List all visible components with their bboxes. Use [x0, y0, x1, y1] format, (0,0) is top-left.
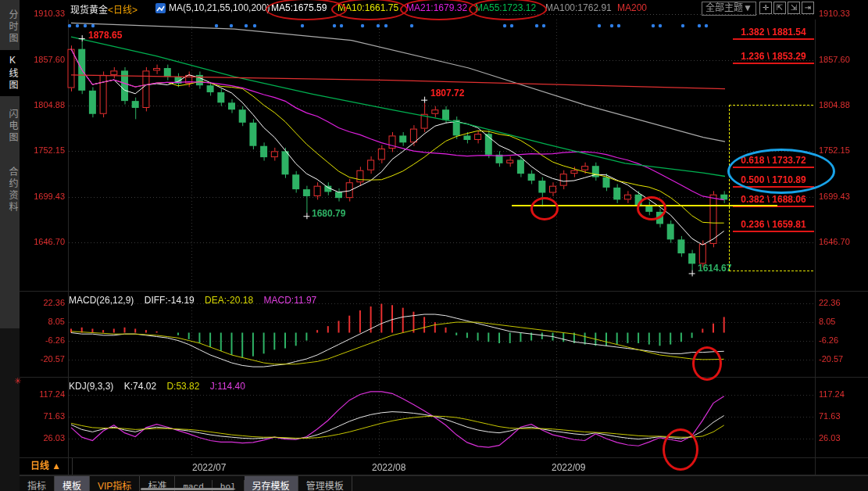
y-axis-label: 117.24 — [21, 389, 65, 399]
kdj-k-value: K:74.02 — [124, 381, 156, 392]
ma-group-label: MA(5,10,21,55,100,200) — [169, 2, 270, 13]
trading-app-window: 分时图 K线图 闪电图 合约资料 现货黄金<日线> MA(5,10,21,55,… — [0, 0, 868, 491]
ma100-value: MA100:1762.91 — [545, 2, 612, 13]
y-axis-label: 117.24 — [819, 389, 845, 399]
kdj-title: KDJ(9,3,3) — [69, 381, 113, 392]
y-axis-label: 1804.88 — [21, 100, 65, 109]
fib-level-1236[interactable]: 1.236 \ 1853.29 — [733, 51, 814, 64]
macd-title: MACD(26,12,9) — [69, 295, 134, 306]
y-axis-label: 1910.33 — [21, 9, 65, 18]
y-axis-label: 1699.43 — [819, 192, 850, 201]
horizontal-scrollbar-thumb[interactable] — [141, 488, 234, 490]
y-axis-label: 8.05 — [21, 317, 65, 326]
annotation-red-circle-kdj[interactable] — [663, 428, 698, 471]
y-axis-label: 1857.60 — [819, 55, 850, 64]
high-price-label-1807: 1807.72 — [430, 88, 464, 99]
kdj-j-value: J:114.40 — [210, 381, 245, 392]
fib-level-1382[interactable]: 1.382 \ 1881.54 — [733, 27, 814, 40]
triangle-up-icon: ▲ — [52, 461, 61, 471]
x-axis-label-sep: 2022/09 — [552, 462, 585, 473]
tab-templates[interactable]: 模板 — [55, 476, 90, 491]
symbol-name: 现货黄金 — [70, 5, 108, 16]
annotation-red-circle-2[interactable] — [637, 196, 666, 220]
y-axis-label: 1646.70 — [21, 237, 65, 246]
annotation-red-circle-macd[interactable] — [692, 346, 722, 381]
chevron-down-icon: ▼ — [743, 2, 752, 13]
theme-dropdown-button[interactable]: 全部主题▼ — [702, 2, 756, 16]
y-axis-label: 1804.88 — [819, 100, 850, 109]
macd-dea-value: DEA:-20.18 — [205, 295, 253, 306]
low-price-label-1680: 1680.79 — [312, 208, 345, 219]
x-axis-label-jul: 2022/07 — [192, 462, 226, 473]
macd-macd-value: MACD:11.97 — [263, 295, 316, 306]
period-label: <日线> — [108, 5, 138, 16]
sidebar-item-lightning-chart[interactable]: 闪电图 — [0, 104, 20, 149]
symbol-title: 现货黄金<日线> — [70, 2, 138, 16]
sidebar-item-contract-info[interactable]: 合约资料 — [0, 162, 20, 218]
y-axis-label: -6.26 — [21, 335, 65, 345]
tab-vip-indicators[interactable]: VIP指标 — [90, 476, 140, 491]
low-price-label-1614: 1614.67 — [698, 263, 731, 274]
sidebar-item-time-chart[interactable]: 分时图 — [0, 5, 20, 49]
left-sidebar-bottom — [0, 328, 20, 491]
y-axis-label: 1752.15 — [21, 145, 65, 155]
fit-x-axis-icon-button[interactable]: ⇲ — [788, 2, 800, 14]
tab-manage-templates[interactable]: 管理模板 — [298, 476, 352, 491]
y-axis-label: 1857.60 — [21, 55, 65, 64]
ma200-value: MA200 — [617, 2, 647, 13]
y-axis-label: 26.03 — [819, 433, 841, 443]
fit-y-axis-icon-button[interactable]: ⇱ — [773, 2, 786, 14]
y-axis-label: 26.03 — [21, 433, 65, 443]
y-axis-label: -20.57 — [819, 354, 843, 364]
step-forward-icon-button[interactable]: ⇥ — [802, 2, 814, 14]
y-axis-label: 71.63 — [21, 411, 65, 421]
period-selector-button[interactable]: 日线 ▲ — [20, 458, 73, 475]
pan-crosshair-icon-button[interactable]: ✛ — [759, 2, 772, 14]
y-axis-label: -20.57 — [21, 354, 65, 364]
annotation-red-circle-1[interactable] — [530, 197, 559, 220]
y-axis-label: 1752.15 — [819, 145, 850, 155]
y-axis-label: 1646.70 — [819, 237, 850, 246]
y-axis-label: 1910.33 — [819, 9, 850, 18]
y-axis-label: 22.36 — [21, 298, 65, 307]
y-axis-label: 22.36 — [819, 298, 841, 307]
period-selector-label: 日线 — [30, 461, 49, 471]
annotation-blue-ellipse[interactable] — [727, 149, 835, 194]
kline-chart-icon — [155, 3, 166, 13]
theme-dropdown-label: 全部主题 — [705, 2, 743, 13]
high-price-label-1878: 1878.65 — [88, 30, 122, 41]
y-axis-label: 71.63 — [819, 411, 841, 421]
kdj-d-value: D:53.82 — [166, 381, 199, 392]
indicator-alert-icon[interactable]: ✳ — [14, 376, 21, 386]
y-axis-label: -6.26 — [819, 335, 838, 345]
kdj-panel-header: KDJ(9,3,3) K:74.02 D:53.82 J:114.40 — [69, 381, 253, 392]
tab-save-template[interactable]: 另存模板 — [245, 476, 298, 491]
macd-diff-value: DIFF:-14.19 — [145, 295, 195, 306]
tab-indicators[interactable]: 指标 — [20, 476, 55, 491]
macd-panel-header: MACD(26,12,9) DIFF:-14.19 DEA:-20.18 MAC… — [69, 295, 324, 306]
sidebar-item-kline-chart[interactable]: K线图 — [0, 50, 20, 96]
y-axis-label: 1699.43 — [21, 192, 65, 201]
y-axis-label: 8.05 — [819, 317, 835, 326]
x-axis-label-aug: 2022/08 — [372, 462, 405, 473]
